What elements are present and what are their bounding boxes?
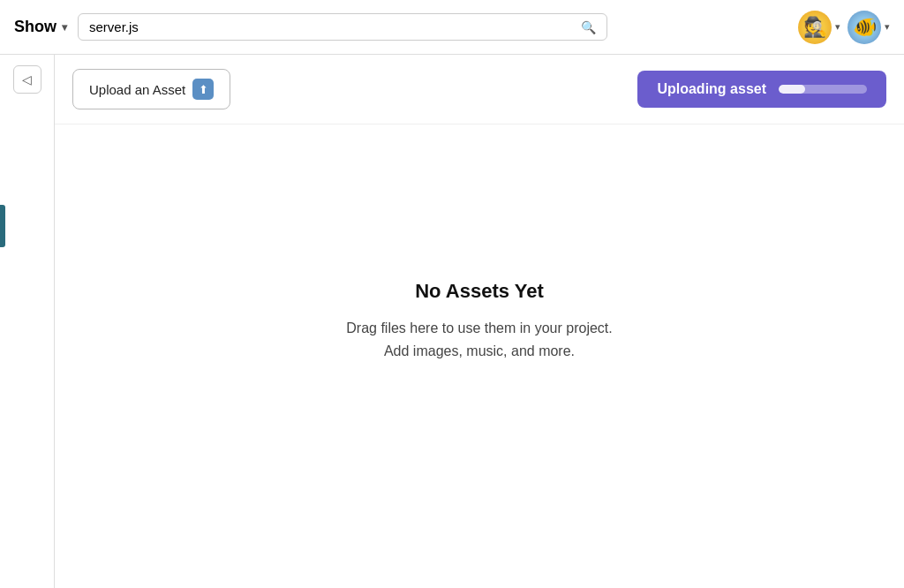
avatar1: 🕵️	[798, 11, 832, 44]
show-button[interactable]: Show ▾	[14, 18, 67, 36]
upload-label: Upload an Asset	[89, 82, 185, 97]
content-toolbar: Upload an Asset ⬆ Uploading asset	[55, 55, 904, 124]
main-layout: ◁ Upload an Asset ⬆ Uploading asset No A…	[0, 55, 904, 588]
avatar1-emoji: 🕵️	[803, 16, 827, 39]
upload-progress-bar-container	[779, 85, 867, 94]
empty-desc-line1: Drag files here to use them in your proj…	[346, 320, 612, 335]
avatar2-emoji: 🐠	[853, 16, 877, 39]
avatar2: 🐠	[848, 11, 881, 44]
sidebar-toggle-button[interactable]: ◁	[13, 65, 41, 94]
uploading-status-button[interactable]: Uploading asset	[637, 71, 886, 108]
show-chevron-icon: ▾	[62, 21, 67, 34]
topbar: Show ▾ 🔍 🕵️ ▾ 🐠 ▾	[0, 0, 904, 55]
sidebar: ◁	[0, 55, 55, 588]
upload-icon: ⬆	[192, 79, 214, 100]
avatar1-wrapper[interactable]: 🕵️ ▾	[798, 11, 840, 44]
avatar-group: 🕵️ ▾ 🐠 ▾	[798, 11, 890, 44]
sidebar-toggle-icon: ◁	[22, 72, 32, 87]
empty-desc-line2: Add images, music, and more.	[384, 343, 575, 358]
empty-state: No Assets Yet Drag files here to use the…	[55, 124, 904, 588]
empty-state-title: No Assets Yet	[415, 280, 544, 303]
avatar1-chevron-icon: ▾	[835, 21, 840, 33]
content-area: Upload an Asset ⬆ Uploading asset No Ass…	[55, 55, 904, 588]
sidebar-active-indicator	[0, 205, 5, 247]
search-bar: 🔍	[78, 13, 607, 41]
upload-asset-button[interactable]: Upload an Asset ⬆	[72, 69, 230, 109]
upload-progress-bar-fill	[779, 85, 805, 94]
empty-state-description: Drag files here to use them in your proj…	[346, 317, 612, 362]
search-icon: 🔍	[581, 20, 596, 34]
uploading-label: Uploading asset	[657, 81, 766, 97]
avatar2-chevron-icon: ▾	[885, 21, 890, 33]
show-label: Show	[14, 18, 56, 36]
avatar2-wrapper[interactable]: 🐠 ▾	[848, 11, 890, 44]
upload-arrow-icon: ⬆	[199, 83, 208, 96]
search-input[interactable]	[89, 19, 574, 34]
